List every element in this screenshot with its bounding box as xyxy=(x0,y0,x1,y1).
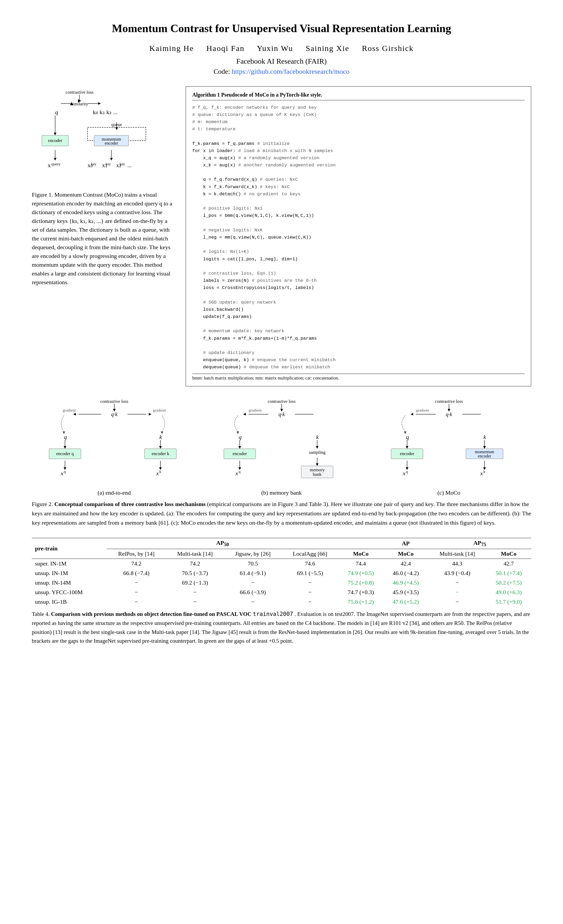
svg-marker-31 xyxy=(73,413,76,416)
svg-marker-75 xyxy=(316,464,319,466)
svg-marker-93 xyxy=(406,446,409,449)
svg-text:x: x xyxy=(60,470,63,477)
svg-text:gradient: gradient xyxy=(249,408,262,412)
fig1-caption: Figure 1. Momentum Contrast (MoCo) train… xyxy=(32,190,175,286)
table-cell: − xyxy=(428,578,486,588)
svg-text:k: k xyxy=(484,434,487,440)
fig1-diagram-container: contrastive loss similarity q k₀ k₁ k₂ .… xyxy=(32,86,175,286)
svg-text:q: q xyxy=(239,470,241,474)
table-cell: − xyxy=(224,597,282,607)
table4-caption-code: trainval2007 xyxy=(253,611,293,617)
table-cell: − xyxy=(428,588,486,597)
table-cell: 70.5 (−3.7) xyxy=(166,568,224,578)
svg-text:x: x xyxy=(156,470,159,477)
table-cell: 51.7 (+9.0) xyxy=(486,597,531,607)
table-cell: 75.2 (+0.8) xyxy=(338,578,383,588)
xquery-label: x xyxy=(48,162,51,168)
fig2-diagrams: contrastive loss gradient gradient q·k xyxy=(32,397,531,496)
svg-text:k: k xyxy=(159,470,161,474)
fig1-illustration: contrastive loss similarity q k₀ k₁ k₂ .… xyxy=(34,86,172,187)
svg-text:key: key xyxy=(120,162,125,166)
th-multitask-ap75: Multi-task [14] xyxy=(428,549,486,559)
fig2a: contrastive loss gradient gradient q·k xyxy=(32,397,196,496)
th-ap: AP xyxy=(383,538,428,549)
svg-text:x: x xyxy=(403,470,406,477)
svg-text:q·k: q·k xyxy=(111,411,118,417)
algorithm1-box: Algorithm 1 Pseudocode of MoCo in a PyTo… xyxy=(186,86,531,386)
svg-text:encoder k: encoder k xyxy=(151,451,169,456)
table-cell: 46.0 (−4.2) xyxy=(383,568,428,578)
table-row: unsup. IG-1B−−−−75.6 (+1.2)47.6 (+5.2)−5… xyxy=(32,597,531,607)
contrastive-loss-label: contrastive loss xyxy=(66,90,93,95)
table-cell: 61.4 (−9.1) xyxy=(224,568,282,578)
svg-marker-13 xyxy=(54,158,57,160)
svg-text:...: ... xyxy=(127,162,132,168)
table-cell: 45.9 (+3.5) xyxy=(383,588,428,597)
author-2: Haoqi Fan xyxy=(206,44,244,52)
table-cell: − xyxy=(282,597,338,607)
table-cell: − xyxy=(106,597,166,607)
table-row: super. IN-1M74.274.270.574.674.442.444.3… xyxy=(32,559,531,568)
table-cell: 74.9 (+0.5) xyxy=(338,568,383,578)
svg-text:encoder: encoder xyxy=(105,141,118,146)
table4-body: super. IN-1M74.274.270.574.674.442.444.3… xyxy=(32,559,531,607)
th-multitask: Multi-task [14] xyxy=(166,549,224,559)
svg-text:contrastive loss: contrastive loss xyxy=(268,399,295,404)
svg-text:contrastive loss: contrastive loss xyxy=(100,399,128,404)
svg-text:q: q xyxy=(64,470,66,474)
svg-text:encoder q: encoder q xyxy=(56,451,74,456)
table4-caption-label: Table 4. xyxy=(32,611,51,617)
svg-text:contrastive loss: contrastive loss xyxy=(435,399,463,404)
table-cell: 69.2 (−1.3) xyxy=(166,578,224,588)
authors-line: Kaiming He Haoqi Fan Yuxin Wu Saining Xi… xyxy=(32,44,531,53)
svg-text:q: q xyxy=(64,434,67,440)
table-cell: 46.9 (+4.5) xyxy=(383,578,428,588)
paper-title: Momentum Contrast for Unsupervised Visua… xyxy=(32,21,531,36)
th-moco-ap75: MoCo xyxy=(486,549,531,559)
table-cell: 74.2 xyxy=(106,559,166,568)
th-pretrain-empty: pre-train xyxy=(32,538,106,559)
table4-caption-bold: Comparison with previous methods on obje… xyxy=(51,611,252,617)
similarity-label: similarity xyxy=(71,101,88,106)
table-cell: − xyxy=(224,578,282,588)
table-cell: − xyxy=(166,597,224,607)
algo-title: Algorithm 1 Pseudocode of MoCo in a PyTo… xyxy=(192,92,524,100)
keys-label: k₀ k₁ k₂ ... xyxy=(93,109,117,116)
svg-text:q·k: q·k xyxy=(279,411,285,417)
author-5: Ross Girshick xyxy=(362,44,414,52)
table-cell: 74.7 (+0.3) xyxy=(338,588,383,597)
table-cell: − xyxy=(166,588,224,597)
svg-marker-39 xyxy=(64,446,66,449)
table-cell: 47.6 (+5.2) xyxy=(383,597,428,607)
fig1-algo-section: contrastive loss similarity q k₀ k₁ k₂ .… xyxy=(32,86,531,386)
author-1: Kaiming He xyxy=(149,44,193,52)
svg-text:k: k xyxy=(484,470,485,474)
fig2-caption-bold: Conceptual comparison of three contrasti… xyxy=(54,501,205,507)
th-ap75: AP75 xyxy=(428,538,531,549)
th-relpos: RelPos, by [14] xyxy=(106,549,166,559)
svg-text:k: k xyxy=(159,434,162,440)
code-url-link[interactable]: https://github.com/facebookresearch/moco xyxy=(232,68,349,75)
q-label: q xyxy=(55,109,58,116)
encoder-box-label: encoder xyxy=(48,138,62,143)
svg-text:encoder: encoder xyxy=(400,451,414,456)
svg-text:gradient: gradient xyxy=(153,408,166,412)
fig2a-svg: contrastive loss gradient gradient q·k xyxy=(37,397,191,487)
svg-text:key: key xyxy=(91,162,96,166)
code-label: Code: xyxy=(214,68,230,75)
fig2b-svg: contrastive loss gradient q·k q k xyxy=(205,397,359,487)
table-cell: 66.6 (−3.9) xyxy=(224,588,282,597)
svg-marker-6 xyxy=(54,133,57,135)
fig1-svg: contrastive loss similarity q k₀ k₁ k₂ .… xyxy=(32,86,175,187)
th-moco-ap50: MoCo xyxy=(338,549,383,559)
code-line: Code: https://github.com/facebookresearc… xyxy=(32,68,531,76)
table-cell-pretrain: unsup. IN-1M xyxy=(32,568,106,578)
table-cell: 74.4 xyxy=(338,559,383,568)
svg-text:bank: bank xyxy=(313,472,322,477)
svg-text:gradient: gradient xyxy=(63,408,76,412)
fig1-caption-text: Figure 1. Momentum Contrast (MoCo) train… xyxy=(32,191,172,285)
author-3: Yuxin Wu xyxy=(257,44,293,52)
table-row: unsup. IN-14M−69.2 (−1.3)−−75.2 (+0.8)46… xyxy=(32,578,531,588)
fig2b: contrastive loss gradient q·k q k xyxy=(199,397,364,496)
svg-text:x: x xyxy=(235,470,238,477)
